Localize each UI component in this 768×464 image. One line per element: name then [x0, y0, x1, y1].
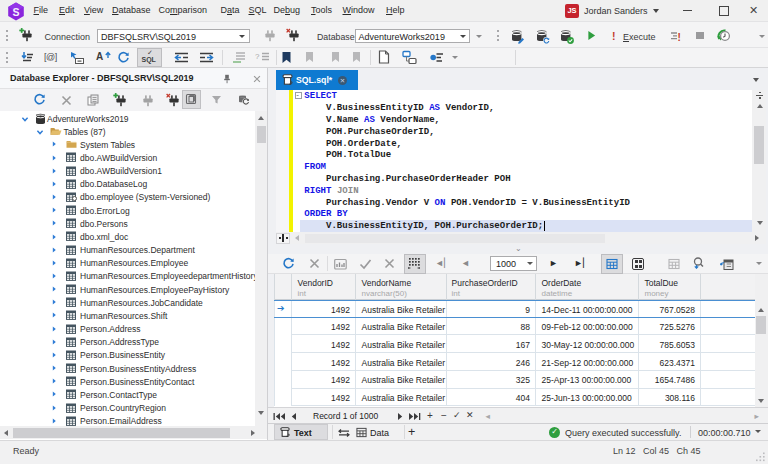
svg-text:!: !	[678, 31, 681, 42]
svg-text:?: ?	[255, 52, 260, 61]
